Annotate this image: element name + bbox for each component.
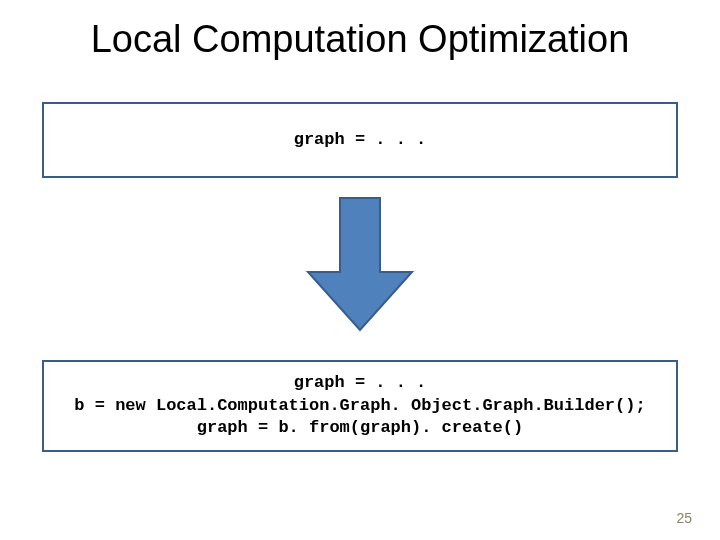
code-line: b = new Local.Computation.Graph. Object.…	[74, 395, 645, 418]
slide-title: Local Computation Optimization	[0, 18, 720, 61]
code-box-before: graph = . . .	[42, 102, 678, 178]
down-arrow-icon	[302, 194, 418, 338]
code-line: graph = . . .	[294, 129, 427, 152]
code-box-after: graph = . . . b = new Local.Computation.…	[42, 360, 678, 452]
page-number: 25	[676, 510, 692, 526]
arrow-path	[308, 198, 412, 330]
code-line: graph = . . .	[294, 372, 427, 395]
code-line: graph = b. from(graph). create()	[197, 417, 523, 440]
